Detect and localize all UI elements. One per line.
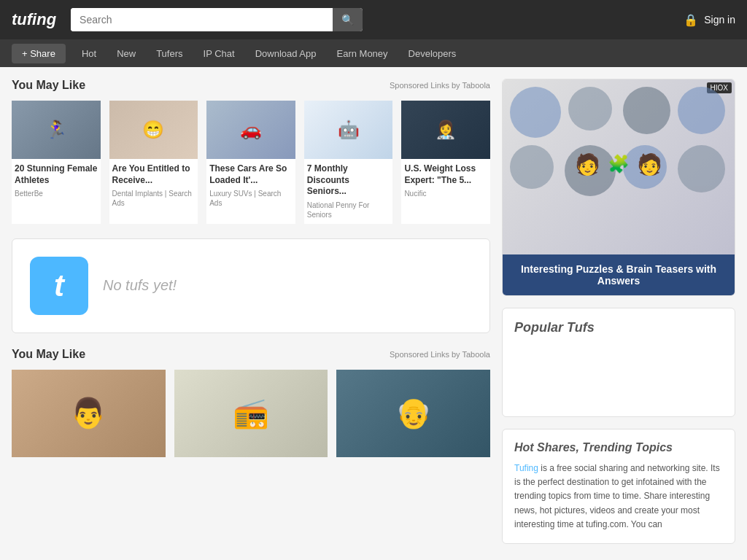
main-container: You May Like Sponsored Links by Taboola … (0, 67, 747, 556)
cards-grid-1: 🏃‍♀️ 20 Stunning Female Athletes BetterB… (12, 101, 490, 224)
ad-box: HIOX 🧑 🧩 🧑 (502, 79, 735, 296)
you-may-like-1-header: You May Like Sponsored Links by Taboola (12, 79, 490, 92)
content-area: You May Like Sponsored Links by Taboola … (12, 79, 490, 544)
no-tufs-box: t No tufs yet! (12, 238, 490, 333)
card-athletes-body: 20 Stunning Female Athletes BetterBe (12, 159, 101, 203)
tufing-icon: t (30, 257, 88, 315)
card-athletes-title: 20 Stunning Female Athletes (15, 163, 98, 186)
share-button[interactable]: + Share (12, 44, 66, 63)
sponsored-text-2: Sponsored Links by Taboola (390, 350, 490, 359)
card-weightloss-source: Nucific (404, 189, 487, 198)
card-discounts-image: 🤖 (304, 101, 393, 159)
figure-2: 🧑 (637, 152, 662, 176)
card-discounts[interactable]: 🤖 7 Monthly Discounts Seniors... Nationa… (304, 101, 393, 224)
card-cars-title: These Cars Are So Loaded It'... (209, 163, 293, 186)
you-may-like-1-title: You May Like (12, 79, 85, 92)
search-bar: 🔍 (71, 8, 363, 31)
card-athletes[interactable]: 🏃‍♀️ 20 Stunning Female Athletes BetterB… (12, 101, 101, 224)
ad-text: Interesting Puzzles & Brain Teasers with… (521, 263, 716, 287)
nav-link-ipchat[interactable]: IP Chat (193, 39, 245, 67)
card-dental-title: Are You Entitled to Receive... (112, 163, 196, 186)
cards-grid-2: 👨 📻 👴 (12, 370, 490, 457)
sidebar: HIOX 🧑 🧩 🧑 (502, 79, 735, 544)
navbar: + Share Hot New Tufers IP Chat Download … (0, 39, 747, 67)
hot-shares-box: Hot Shares, Trending Topics Tufing is a … (502, 429, 735, 544)
puzzle-piece: 🧩 (608, 154, 630, 174)
card2-person1[interactable]: 👨 (12, 370, 166, 457)
you-may-like-2-title: You May Like (12, 348, 85, 361)
hot-shares-body: is a free social sharing and networking … (514, 463, 720, 529)
sponsored-text-1: Sponsored Links by Taboola (390, 81, 490, 90)
hot-shares-text: Tufing is a free social sharing and netw… (514, 462, 723, 532)
popular-tufs-box: Popular Tufs (502, 308, 735, 417)
card-discounts-source: National Penny For Seniors (307, 201, 390, 219)
card-cars[interactable]: 🚗 These Cars Are So Loaded It'... Luxury… (206, 101, 295, 224)
sign-in-button[interactable]: Sign in (704, 14, 735, 26)
tufing-link[interactable]: Tufing (514, 463, 538, 473)
card2-device[interactable]: 📻 (174, 370, 328, 457)
header-right: 🔒 Sign in (684, 13, 735, 27)
card2-device-image: 📻 (174, 370, 328, 457)
header: tufing 🔍 🔒 Sign in (0, 0, 747, 39)
card-cars-body: These Cars Are So Loaded It'... Luxury S… (206, 159, 295, 212)
search-button[interactable]: 🔍 (333, 8, 363, 31)
nav-link-hot[interactable]: Hot (71, 39, 107, 67)
search-input[interactable] (71, 8, 333, 31)
lock-icon: 🔒 (684, 13, 698, 27)
card-dental[interactable]: 😁 Are You Entitled to Receive... Dental … (109, 101, 198, 224)
popular-tufs-title: Popular Tufs (514, 320, 723, 335)
nav-link-new[interactable]: New (107, 39, 146, 67)
card-weightloss-title: U.S. Weight Loss Expert: "The 5... (404, 163, 487, 186)
card-weightloss[interactable]: 👩‍⚕️ U.S. Weight Loss Expert: "The 5... … (401, 101, 490, 224)
logo[interactable]: tufing (12, 10, 56, 29)
card-weightloss-image: 👩‍⚕️ (401, 101, 490, 159)
ad-text-box: Interesting Puzzles & Brain Teasers with… (503, 254, 735, 295)
card-athletes-image: 🏃‍♀️ (12, 101, 101, 159)
card-dental-source: Dental Implants | Search Ads (112, 189, 196, 208)
card2-person2[interactable]: 👴 (336, 370, 490, 457)
no-tufs-text: No tufs yet! (103, 277, 177, 294)
card2-person1-image: 👨 (12, 370, 166, 457)
nav-link-download[interactable]: Download App (245, 39, 327, 67)
card-cars-source: Luxury SUVs | Search Ads (209, 189, 293, 208)
card-cars-image: 🚗 (206, 101, 295, 159)
card-discounts-title: 7 Monthly Discounts Seniors... (307, 163, 390, 198)
you-may-like-2-header: You May Like Sponsored Links by Taboola (12, 348, 490, 361)
ad-banner-content: 🧑 🧩 🧑 (560, 138, 677, 197)
card-dental-image: 😁 (109, 101, 198, 159)
nav-link-developers[interactable]: Developers (398, 39, 467, 67)
hot-shares-title: Hot Shares, Trending Topics (514, 441, 723, 454)
card-dental-body: Are You Entitled to Receive... Dental Im… (109, 159, 198, 212)
nav-link-earn[interactable]: Earn Money (326, 39, 398, 67)
puzzle-figures: 🧑 🧩 🧑 (575, 152, 662, 176)
nav-link-tufers[interactable]: Tufers (146, 39, 193, 67)
ad-banner: HIOX 🧑 🧩 🧑 (503, 79, 735, 254)
figure-1: 🧑 (575, 152, 600, 176)
card-weightloss-body: U.S. Weight Loss Expert: "The 5... Nucif… (401, 159, 490, 203)
card2-person2-image: 👴 (336, 370, 490, 457)
card-discounts-body: 7 Monthly Discounts Seniors... National … (304, 159, 393, 224)
card-athletes-source: BetterBe (15, 189, 98, 198)
